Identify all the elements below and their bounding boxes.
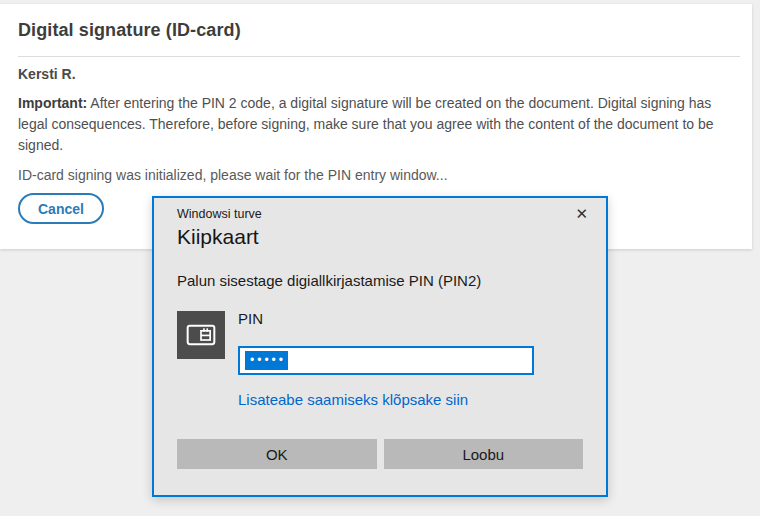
page-title: Digital signature (ID-card) <box>18 20 734 41</box>
close-icon[interactable]: ✕ <box>571 203 592 225</box>
windows-security-dialog: Windowsi turve ✕ Kiipkaart Palun sisesta… <box>152 196 608 497</box>
dialog-title: Windowsi turve <box>177 207 262 221</box>
status-text: ID-card signing was initialized, please … <box>18 167 734 183</box>
important-paragraph: Important: After entering the PIN 2 code… <box>18 93 736 156</box>
dialog-heading: Kiipkaart <box>177 225 259 249</box>
cancel-button[interactable]: Cancel <box>18 193 104 224</box>
smart-card-icon <box>177 311 225 359</box>
pin-field-label: PIN <box>238 310 263 327</box>
ok-button[interactable]: OK <box>177 439 377 469</box>
dialog-button-row: OK Loobu <box>177 439 583 469</box>
more-info-link[interactable]: Lisateabe saamiseks klõpsake siin <box>238 391 468 408</box>
pin-masked-value: ••••• <box>245 351 288 370</box>
divider <box>18 56 740 57</box>
pin-prompt: Palun sisestage digiallkirjastamise PIN … <box>177 272 481 289</box>
pin-input[interactable]: ••••• <box>238 346 534 375</box>
loobu-button[interactable]: Loobu <box>384 439 584 469</box>
important-text: After entering the PIN 2 code, a digital… <box>18 95 714 153</box>
signer-name: Kersti R. <box>18 66 734 82</box>
important-label: Important: <box>18 95 87 111</box>
